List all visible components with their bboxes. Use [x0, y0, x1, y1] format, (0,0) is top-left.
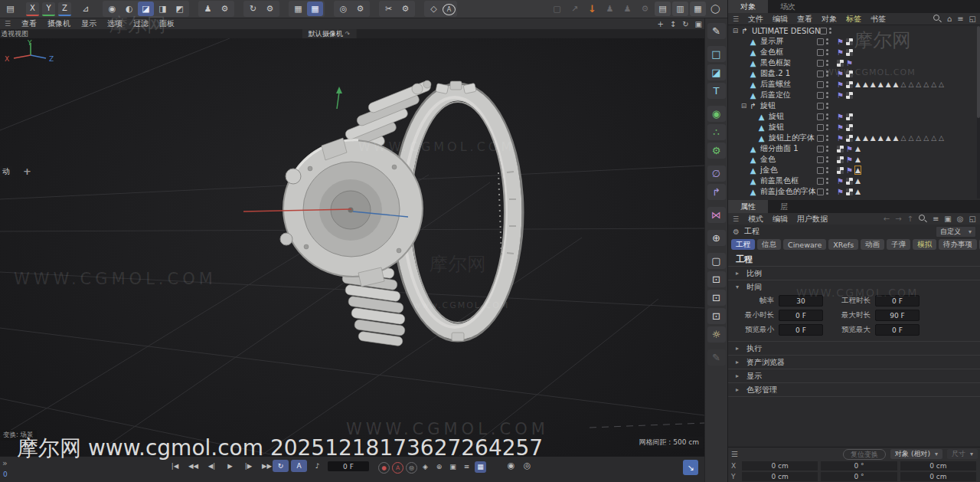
- grid-icon[interactable]: ▦: [290, 2, 306, 16]
- texture-tag[interactable]: [846, 81, 853, 88]
- field-input[interactable]: 0 F: [779, 310, 823, 321]
- texture-tag[interactable]: [846, 178, 853, 185]
- popout-icon[interactable]: ◱: [969, 15, 976, 23]
- filter-icon[interactable]: ≡: [933, 215, 939, 223]
- polygon-selection-tag[interactable]: ▲: [886, 80, 891, 88]
- keyframe-selection-icon[interactable]: ◎: [406, 462, 417, 474]
- axis-lock-y-button[interactable]: Y: [42, 2, 55, 16]
- tree-item-row[interactable]: ▲显示屏⚑: [728, 36, 980, 47]
- workplane-icon[interactable]: ⊿: [77, 2, 93, 16]
- tree-item-row[interactable]: ▲金色框⚑: [728, 47, 980, 57]
- asset-gear-icon[interactable]: ⚙: [637, 2, 653, 16]
- attr-group-header[interactable]: ▸显示: [728, 369, 980, 382]
- preset-dropdown[interactable]: 自定义 ▾: [936, 226, 976, 238]
- timeline-chevron-icon[interactable]: »: [2, 458, 8, 468]
- character-a-icon[interactable]: ♟: [602, 2, 618, 16]
- light-icon[interactable]: ☼: [707, 326, 726, 343]
- polygon-selection-tag[interactable]: △: [923, 80, 929, 88]
- interactive-render-icon[interactable]: ◩: [172, 2, 188, 16]
- maximize-view-icon[interactable]: ▣: [695, 20, 702, 28]
- loop-button[interactable]: ↻: [273, 460, 289, 472]
- layer-icon[interactable]: [817, 135, 824, 142]
- tree-item-row[interactable]: ⊟↱旋钮: [728, 100, 980, 111]
- polygon-selection-tag[interactable]: ▲: [855, 156, 861, 163]
- visibility-dots[interactable]: [826, 146, 828, 152]
- menu-item-编辑[interactable]: 编辑: [773, 214, 788, 225]
- autokey-circle-icon[interactable]: A: [392, 462, 403, 474]
- rotate-settings-icon[interactable]: ⚙: [262, 2, 278, 16]
- visibility-dots[interactable]: [826, 49, 828, 55]
- layer-icon[interactable]: [817, 70, 824, 77]
- layer-icon[interactable]: [817, 38, 824, 45]
- viewport-frame-icon[interactable]: ▢: [549, 2, 565, 16]
- texture-tag[interactable]: [846, 70, 853, 77]
- flag-tag[interactable]: ⚑: [837, 188, 844, 196]
- polygon-selection-tag[interactable]: ▲: [863, 80, 868, 88]
- knife-tool-icon[interactable]: ✂: [381, 2, 397, 16]
- up-icon[interactable]: ↑: [907, 215, 913, 223]
- search-icon[interactable]: [933, 15, 942, 23]
- character-settings-icon[interactable]: ⚙: [217, 2, 233, 16]
- polygon-selection-tag[interactable]: ▲: [863, 134, 868, 142]
- viewport-menu-item[interactable]: 查看: [21, 18, 37, 29]
- texture-tag[interactable]: [846, 189, 853, 195]
- filter-icon[interactable]: ≡: [957, 15, 963, 23]
- tree-item-row[interactable]: ▲旋钮上的字体⚑▲▲▲▲▲▲△△△△△△: [728, 133, 980, 143]
- search-icon[interactable]: [919, 215, 927, 223]
- tree-item-row[interactable]: ▲金色⚑▲: [728, 154, 980, 165]
- play-button[interactable]: ▶: [222, 460, 238, 472]
- layer-icon[interactable]: [817, 81, 824, 88]
- polygon-selection-tag-selected[interactable]: ▲: [855, 166, 861, 174]
- texture-tag[interactable]: [846, 135, 853, 142]
- flag-tag[interactable]: ⚑: [837, 91, 844, 100]
- attr-group-header[interactable]: ▸比例: [728, 267, 980, 280]
- field-sphere-icon[interactable]: ◉: [707, 106, 726, 122]
- layer-icon[interactable]: [817, 113, 824, 120]
- download-icon[interactable]: ↓: [584, 2, 600, 16]
- polygon-selection-tag[interactable]: ▲: [871, 80, 876, 88]
- texture-tag[interactable]: [837, 146, 844, 152]
- flag-tag[interactable]: ⚑: [846, 166, 853, 175]
- flag-tag[interactable]: ⚑: [837, 80, 844, 89]
- layer-icon[interactable]: [817, 167, 824, 174]
- render-view-icon[interactable]: ◉: [104, 2, 120, 16]
- polygon-selection-tag[interactable]: △: [923, 134, 929, 142]
- menu-grip-icon[interactable]: ☰: [733, 15, 739, 23]
- menu-grip-icon[interactable]: ☰: [5, 20, 11, 28]
- flag-tag[interactable]: ⚑: [846, 156, 853, 164]
- axis-lock-x-button[interactable]: X: [26, 2, 39, 16]
- layer-icon[interactable]: [817, 103, 824, 110]
- attr-chip-工程[interactable]: 工程: [731, 239, 755, 250]
- tree-item-row[interactable]: ▲后盖螺丝⚑▲▲▲▲▲▲△△△△△△: [728, 79, 980, 90]
- motext-icon[interactable]: T: [707, 83, 726, 99]
- tracer-icon[interactable]: ↱: [707, 184, 726, 200]
- spline-pen-icon[interactable]: ✎: [707, 23, 726, 39]
- tab-层[interactable]: 层: [768, 200, 800, 213]
- polygon-selection-tag[interactable]: △: [916, 134, 921, 142]
- polygon-selection-tag[interactable]: △: [916, 80, 921, 88]
- mograph-icon[interactable]: ◎: [335, 2, 351, 16]
- flag-tag[interactable]: ⚑: [837, 134, 844, 143]
- menu-item-标签[interactable]: 标签: [846, 14, 861, 25]
- attr-chip-子弹[interactable]: 子弹: [887, 239, 910, 250]
- visibility-dots[interactable]: [826, 92, 828, 98]
- visibility-dots[interactable]: [826, 124, 828, 130]
- rotation-field[interactable]: 0 °: [821, 461, 897, 471]
- share-icon[interactable]: ↗: [567, 2, 583, 16]
- polygon-selection-tag[interactable]: ▲: [855, 177, 861, 185]
- polygon-selection-tag[interactable]: ▲: [855, 145, 861, 152]
- tree-item-row[interactable]: ▲细分曲面 1⚑▲: [728, 143, 980, 154]
- layer-icon[interactable]: [820, 28, 827, 34]
- polygon-selection-tag[interactable]: ▲: [893, 80, 899, 88]
- prev-frame-button[interactable]: ◀|: [204, 460, 220, 472]
- stage-icon[interactable]: ▢: [707, 253, 726, 269]
- texture-tag[interactable]: [846, 38, 853, 45]
- polygon-selection-tag[interactable]: △: [931, 134, 936, 142]
- attr-group-header[interactable]: ▾时间: [728, 280, 980, 293]
- take-render-icon[interactable]: ▦: [690, 2, 706, 16]
- record-keyframe-icon[interactable]: ●: [378, 462, 390, 474]
- polygon-selection-tag[interactable]: ▲: [871, 134, 876, 142]
- polygon-selection-tag[interactable]: ▲: [878, 134, 884, 142]
- polygon-selection-tag[interactable]: ▲: [855, 188, 861, 195]
- panel-resize-icon[interactable]: ↘: [683, 460, 698, 475]
